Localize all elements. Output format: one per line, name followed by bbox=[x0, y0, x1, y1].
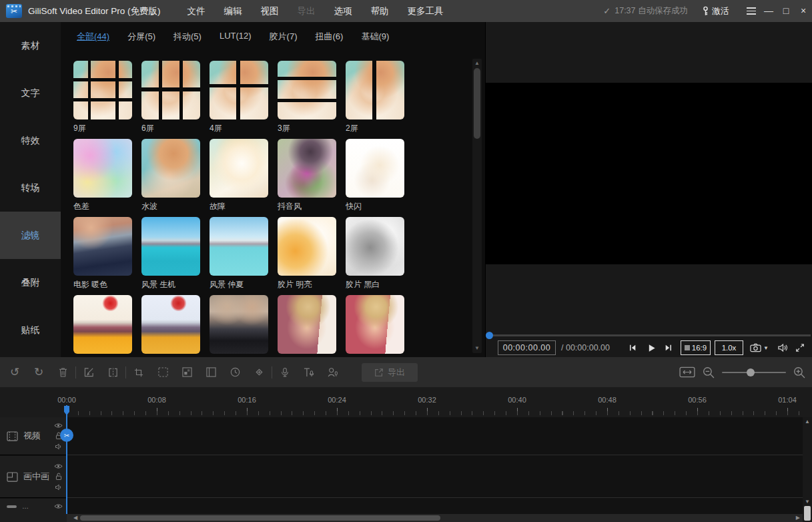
mute-icon[interactable] bbox=[55, 484, 63, 491]
filter-tab[interactable]: 分屏(5) bbox=[127, 31, 155, 43]
menu-item[interactable]: 导出 bbox=[288, 0, 325, 22]
sidebar-item[interactable]: 素材 bbox=[0, 22, 61, 69]
playhead-handle[interactable]: ✂ bbox=[60, 429, 73, 442]
filter-tab[interactable]: 基础(9) bbox=[361, 31, 389, 43]
zoom-in-icon[interactable] bbox=[793, 366, 805, 378]
filter-item[interactable]: 9屏 bbox=[73, 61, 132, 133]
current-time-field[interactable]: 00:00:00.00 bbox=[498, 340, 556, 355]
eye-icon[interactable] bbox=[54, 463, 63, 469]
filter-item[interactable] bbox=[210, 295, 268, 357]
delete-button[interactable] bbox=[57, 366, 69, 378]
zoom-slider-handle[interactable] bbox=[747, 368, 755, 376]
playback-speed-button[interactable]: 1.0x bbox=[715, 340, 743, 355]
filter-item[interactable] bbox=[141, 295, 200, 357]
filter-thumbnail[interactable] bbox=[346, 295, 404, 354]
filter-item[interactable]: 3屏 bbox=[278, 61, 336, 133]
timeline-zoom-slider[interactable] bbox=[722, 372, 786, 373]
filter-tab[interactable]: 扭曲(6) bbox=[315, 31, 343, 43]
filter-thumbnail[interactable] bbox=[73, 61, 132, 119]
filter-thumbnail[interactable] bbox=[278, 295, 336, 354]
menu-item[interactable]: 更多工具 bbox=[398, 0, 453, 22]
filter-item[interactable] bbox=[73, 295, 132, 357]
filter-thumbnail[interactable] bbox=[210, 139, 268, 198]
sidebar-item[interactable]: 特效 bbox=[0, 117, 61, 164]
video-track-row[interactable] bbox=[67, 417, 803, 455]
timeline-ruler[interactable]: 00:0000:0800:1600:2400:3200:4000:4800:56… bbox=[0, 387, 812, 417]
next-frame-button[interactable] bbox=[662, 340, 675, 355]
overlay-button[interactable] bbox=[205, 366, 217, 378]
sidebar-item[interactable]: 滤镜 bbox=[0, 212, 61, 259]
filter-thumbnail[interactable] bbox=[346, 217, 404, 276]
snapshot-button[interactable]: ▼ bbox=[750, 340, 769, 355]
crop-button[interactable] bbox=[133, 366, 145, 378]
mosaic-button[interactable] bbox=[181, 366, 193, 378]
filter-tab[interactable]: 胶片(7) bbox=[270, 31, 298, 43]
activate-button[interactable]: 激活 bbox=[703, 5, 729, 17]
filter-thumbnail[interactable] bbox=[278, 217, 336, 276]
filter-thumbnail[interactable] bbox=[346, 61, 404, 119]
eye-icon[interactable] bbox=[54, 423, 63, 429]
playhead-line[interactable] bbox=[66, 405, 67, 514]
filter-thumbnail[interactable] bbox=[278, 61, 336, 119]
menu-item[interactable]: 帮助 bbox=[362, 0, 398, 22]
sidebar-item[interactable]: 叠附 bbox=[0, 259, 61, 306]
filter-item[interactable]: 快闪 bbox=[346, 139, 404, 211]
filter-thumbnail[interactable] bbox=[278, 139, 336, 198]
minimize-button[interactable]: — bbox=[760, 0, 777, 22]
pip-track-row[interactable] bbox=[67, 456, 803, 498]
horizontal-scrollbar[interactable]: ◀ ▶ bbox=[0, 514, 803, 522]
panel-scrollbar-thumb[interactable] bbox=[474, 68, 480, 139]
filter-thumbnail[interactable] bbox=[210, 61, 268, 119]
scroll-up-icon[interactable]: ▲ bbox=[803, 419, 812, 425]
mute-icon[interactable] bbox=[55, 443, 63, 450]
filter-item[interactable]: 风景 生机 bbox=[141, 217, 200, 289]
sidebar-item[interactable]: 贴纸 bbox=[0, 306, 61, 354]
filter-item[interactable]: 2屏 bbox=[346, 61, 404, 133]
filter-item[interactable]: 风景 仲夏 bbox=[210, 217, 268, 289]
scroll-down-icon[interactable]: ▼ bbox=[803, 499, 812, 505]
filter-tab[interactable]: 抖动(5) bbox=[173, 31, 201, 43]
filter-item[interactable]: 抖音风 bbox=[278, 139, 336, 211]
fit-timeline-icon[interactable] bbox=[679, 366, 695, 378]
horizontal-scrollbar-thumb[interactable] bbox=[80, 515, 440, 521]
filter-item[interactable]: 6屏 bbox=[141, 61, 200, 133]
edit-clip-button[interactable] bbox=[83, 366, 95, 378]
freeze-frame-button[interactable] bbox=[157, 366, 169, 378]
menu-item[interactable]: 视图 bbox=[252, 0, 288, 22]
duration-button[interactable] bbox=[229, 366, 241, 378]
filter-thumbnail[interactable] bbox=[210, 295, 268, 354]
aspect-ratio-button[interactable]: 16:9 bbox=[681, 340, 711, 355]
filter-tab[interactable]: LUT(12) bbox=[220, 31, 252, 43]
filter-thumbnail[interactable] bbox=[346, 139, 404, 198]
menu-item[interactable]: 编辑 bbox=[215, 0, 252, 22]
filter-item[interactable]: 水波 bbox=[141, 139, 200, 211]
filter-item[interactable]: 电影 暖色 bbox=[73, 217, 132, 289]
undo-button[interactable]: ↺ bbox=[9, 366, 21, 378]
chevron-down-icon[interactable]: ▼ bbox=[763, 345, 769, 351]
vertical-scrollbar-thumb[interactable] bbox=[804, 506, 811, 521]
filter-thumbnail[interactable] bbox=[73, 217, 132, 276]
seekbar-handle[interactable] bbox=[486, 332, 493, 339]
filter-thumbnail[interactable] bbox=[141, 217, 200, 276]
filter-item[interactable]: 胶片 明亮 bbox=[278, 217, 336, 289]
play-button[interactable] bbox=[645, 340, 658, 355]
filter-item[interactable]: 4屏 bbox=[210, 61, 268, 133]
menu-item[interactable]: 文件 bbox=[178, 0, 215, 22]
menu-item[interactable]: 选项 bbox=[325, 0, 362, 22]
filter-thumbnail[interactable] bbox=[141, 61, 200, 119]
voice-changer-button[interactable] bbox=[327, 366, 339, 378]
sidebar-item[interactable]: 文字 bbox=[0, 69, 61, 117]
record-voice-button[interactable] bbox=[279, 366, 291, 378]
scroll-left-icon[interactable]: ◀ bbox=[73, 514, 77, 522]
scroll-right-icon[interactable]: ▶ bbox=[796, 514, 800, 522]
filter-thumbnail[interactable] bbox=[141, 139, 200, 198]
fullscreen-button[interactable] bbox=[795, 340, 805, 355]
volume-button[interactable] bbox=[777, 340, 788, 355]
filter-item[interactable]: 色差 bbox=[73, 139, 132, 211]
close-button[interactable]: × bbox=[795, 0, 812, 22]
keyframe-button[interactable] bbox=[253, 366, 265, 378]
filter-thumbnail[interactable] bbox=[141, 295, 200, 354]
maximize-button[interactable]: □ bbox=[777, 0, 795, 22]
export-button[interactable]: 导出 bbox=[362, 363, 418, 382]
lock-icon[interactable] bbox=[55, 472, 62, 481]
